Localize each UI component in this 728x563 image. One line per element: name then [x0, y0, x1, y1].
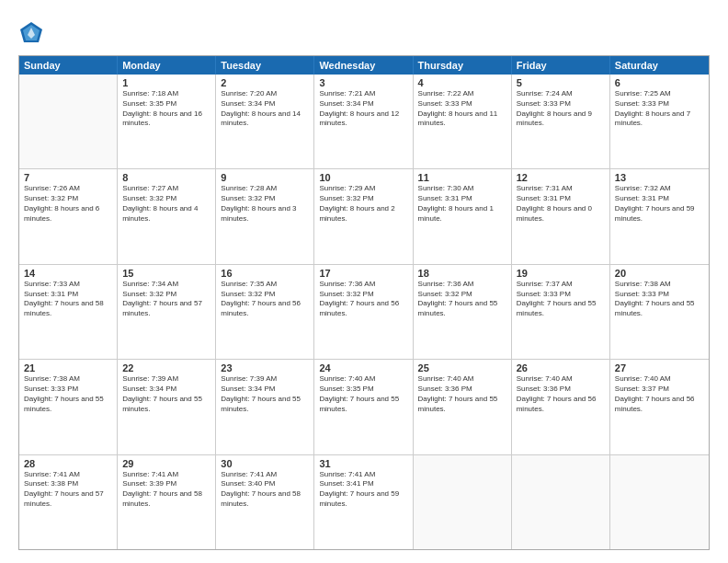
calendar-cell: 11Sunrise: 7:30 AM Sunset: 3:31 PM Dayli… — [414, 169, 512, 263]
cell-info: Sunrise: 7:24 AM Sunset: 3:33 PM Dayligh… — [517, 89, 605, 129]
calendar-cell: 26Sunrise: 7:40 AM Sunset: 3:36 PM Dayli… — [512, 360, 610, 454]
cell-info: Sunrise: 7:25 AM Sunset: 3:33 PM Dayligh… — [615, 89, 704, 129]
day-number: 22 — [122, 362, 210, 373]
calendar-cell — [512, 455, 610, 549]
cell-info: Sunrise: 7:40 AM Sunset: 3:37 PM Dayligh… — [615, 374, 704, 414]
calendar-cell: 6Sunrise: 7:25 AM Sunset: 3:33 PM Daylig… — [610, 75, 709, 168]
header-day-saturday: Saturday — [610, 56, 709, 75]
calendar-cell: 19Sunrise: 7:37 AM Sunset: 3:33 PM Dayli… — [512, 265, 610, 359]
header-day-sunday: Sunday — [19, 56, 118, 75]
day-number: 29 — [122, 458, 210, 469]
cell-info: Sunrise: 7:41 AM Sunset: 3:38 PM Dayligh… — [24, 470, 112, 510]
calendar-row-2: 7Sunrise: 7:26 AM Sunset: 3:32 PM Daylig… — [19, 169, 709, 264]
cell-info: Sunrise: 7:28 AM Sunset: 3:32 PM Dayligh… — [221, 184, 309, 224]
cell-info: Sunrise: 7:21 AM Sunset: 3:34 PM Dayligh… — [319, 89, 407, 129]
cell-info: Sunrise: 7:41 AM Sunset: 3:41 PM Dayligh… — [319, 470, 407, 510]
day-number: 28 — [24, 458, 112, 469]
logo — [18, 20, 48, 46]
header-day-friday: Friday — [512, 56, 610, 75]
day-number: 18 — [418, 268, 506, 279]
calendar-cell: 1Sunrise: 7:18 AM Sunset: 3:35 PM Daylig… — [118, 75, 216, 168]
cell-info: Sunrise: 7:37 AM Sunset: 3:33 PM Dayligh… — [517, 280, 605, 319]
calendar-cell: 27Sunrise: 7:40 AM Sunset: 3:37 PM Dayli… — [610, 360, 709, 454]
day-number: 3 — [319, 77, 407, 88]
cell-info: Sunrise: 7:40 AM Sunset: 3:35 PM Dayligh… — [319, 374, 407, 414]
cell-info: Sunrise: 7:40 AM Sunset: 3:36 PM Dayligh… — [517, 374, 605, 414]
calendar-cell — [414, 455, 512, 549]
calendar-body: 1Sunrise: 7:18 AM Sunset: 3:35 PM Daylig… — [19, 75, 709, 549]
calendar-cell — [610, 455, 709, 549]
cell-info: Sunrise: 7:40 AM Sunset: 3:36 PM Dayligh… — [418, 374, 506, 414]
day-number: 11 — [418, 172, 506, 183]
calendar-row-5: 28Sunrise: 7:41 AM Sunset: 3:38 PM Dayli… — [19, 455, 709, 549]
day-number: 31 — [319, 458, 407, 469]
calendar-row-4: 21Sunrise: 7:38 AM Sunset: 3:33 PM Dayli… — [19, 360, 709, 454]
day-number: 30 — [221, 458, 309, 469]
cell-info: Sunrise: 7:26 AM Sunset: 3:32 PM Dayligh… — [24, 184, 112, 224]
day-number: 16 — [221, 268, 309, 279]
cell-info: Sunrise: 7:29 AM Sunset: 3:32 PM Dayligh… — [319, 184, 407, 224]
day-number: 2 — [221, 77, 309, 88]
calendar-page: SundayMondayTuesdayWednesdayThursdayFrid… — [0, 0, 728, 563]
header-day-wednesday: Wednesday — [314, 56, 413, 75]
header — [18, 17, 710, 46]
cell-info: Sunrise: 7:35 AM Sunset: 3:32 PM Dayligh… — [221, 280, 309, 319]
cell-info: Sunrise: 7:20 AM Sunset: 3:34 PM Dayligh… — [221, 89, 309, 129]
calendar-cell: 4Sunrise: 7:22 AM Sunset: 3:33 PM Daylig… — [414, 75, 512, 168]
cell-info: Sunrise: 7:33 AM Sunset: 3:31 PM Dayligh… — [24, 280, 112, 319]
cell-info: Sunrise: 7:36 AM Sunset: 3:32 PM Dayligh… — [418, 280, 506, 319]
cell-info: Sunrise: 7:34 AM Sunset: 3:32 PM Dayligh… — [122, 280, 210, 319]
cell-info: Sunrise: 7:38 AM Sunset: 3:33 PM Dayligh… — [24, 374, 112, 414]
day-number: 8 — [122, 172, 210, 183]
day-number: 25 — [418, 362, 506, 373]
calendar-header: SundayMondayTuesdayWednesdayThursdayFrid… — [19, 56, 709, 75]
calendar-cell: 21Sunrise: 7:38 AM Sunset: 3:33 PM Dayli… — [19, 360, 118, 454]
cell-info: Sunrise: 7:41 AM Sunset: 3:39 PM Dayligh… — [122, 470, 210, 510]
day-number: 4 — [418, 77, 506, 88]
calendar-cell: 20Sunrise: 7:38 AM Sunset: 3:33 PM Dayli… — [610, 265, 709, 359]
logo-icon — [18, 20, 44, 46]
day-number: 26 — [517, 362, 605, 373]
cell-info: Sunrise: 7:41 AM Sunset: 3:40 PM Dayligh… — [221, 470, 309, 510]
day-number: 13 — [615, 172, 704, 183]
day-number: 15 — [122, 268, 210, 279]
cell-info: Sunrise: 7:18 AM Sunset: 3:35 PM Dayligh… — [122, 89, 210, 129]
cell-info: Sunrise: 7:38 AM Sunset: 3:33 PM Dayligh… — [615, 280, 704, 319]
day-number: 12 — [517, 172, 605, 183]
calendar-cell: 13Sunrise: 7:32 AM Sunset: 3:31 PM Dayli… — [610, 169, 709, 263]
calendar: SundayMondayTuesdayWednesdayThursdayFrid… — [18, 55, 710, 550]
day-number: 20 — [615, 268, 704, 279]
calendar-cell: 12Sunrise: 7:31 AM Sunset: 3:31 PM Dayli… — [512, 169, 610, 263]
header-day-monday: Monday — [118, 56, 216, 75]
calendar-cell: 17Sunrise: 7:36 AM Sunset: 3:32 PM Dayli… — [314, 265, 413, 359]
calendar-cell — [19, 75, 118, 168]
day-number: 17 — [319, 268, 407, 279]
cell-info: Sunrise: 7:39 AM Sunset: 3:34 PM Dayligh… — [221, 374, 309, 414]
calendar-cell: 28Sunrise: 7:41 AM Sunset: 3:38 PM Dayli… — [19, 455, 118, 549]
calendar-cell: 9Sunrise: 7:28 AM Sunset: 3:32 PM Daylig… — [216, 169, 314, 263]
cell-info: Sunrise: 7:22 AM Sunset: 3:33 PM Dayligh… — [418, 89, 506, 129]
day-number: 27 — [615, 362, 704, 373]
calendar-cell: 16Sunrise: 7:35 AM Sunset: 3:32 PM Dayli… — [216, 265, 314, 359]
cell-info: Sunrise: 7:30 AM Sunset: 3:31 PM Dayligh… — [418, 184, 506, 224]
day-number: 10 — [319, 172, 407, 183]
calendar-cell: 18Sunrise: 7:36 AM Sunset: 3:32 PM Dayli… — [414, 265, 512, 359]
calendar-cell: 23Sunrise: 7:39 AM Sunset: 3:34 PM Dayli… — [216, 360, 314, 454]
cell-info: Sunrise: 7:31 AM Sunset: 3:31 PM Dayligh… — [517, 184, 605, 224]
calendar-cell: 22Sunrise: 7:39 AM Sunset: 3:34 PM Dayli… — [118, 360, 216, 454]
day-number: 1 — [122, 77, 210, 88]
calendar-cell: 24Sunrise: 7:40 AM Sunset: 3:35 PM Dayli… — [314, 360, 413, 454]
day-number: 19 — [517, 268, 605, 279]
calendar-cell: 15Sunrise: 7:34 AM Sunset: 3:32 PM Dayli… — [118, 265, 216, 359]
day-number: 6 — [615, 77, 704, 88]
header-day-thursday: Thursday — [414, 56, 512, 75]
calendar-cell: 31Sunrise: 7:41 AM Sunset: 3:41 PM Dayli… — [314, 455, 413, 549]
calendar-row-1: 1Sunrise: 7:18 AM Sunset: 3:35 PM Daylig… — [19, 75, 709, 169]
day-number: 24 — [319, 362, 407, 373]
calendar-cell: 5Sunrise: 7:24 AM Sunset: 3:33 PM Daylig… — [512, 75, 610, 168]
header-day-tuesday: Tuesday — [216, 56, 314, 75]
calendar-cell: 2Sunrise: 7:20 AM Sunset: 3:34 PM Daylig… — [216, 75, 314, 168]
cell-info: Sunrise: 7:39 AM Sunset: 3:34 PM Dayligh… — [122, 374, 210, 414]
calendar-row-3: 14Sunrise: 7:33 AM Sunset: 3:31 PM Dayli… — [19, 265, 709, 360]
cell-info: Sunrise: 7:32 AM Sunset: 3:31 PM Dayligh… — [615, 184, 704, 224]
